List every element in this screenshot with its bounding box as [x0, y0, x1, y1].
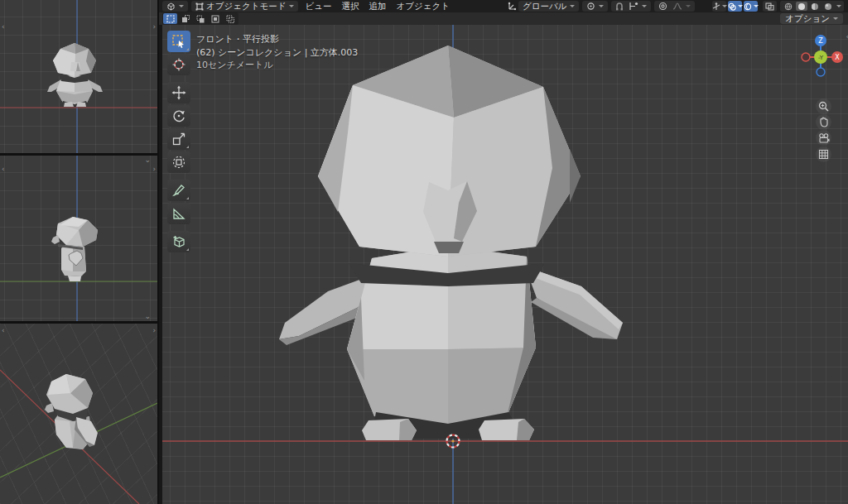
shading-mode-group	[780, 1, 844, 12]
measure-icon	[171, 206, 186, 221]
camera-view-icon	[818, 133, 830, 143]
dropdown-caret	[599, 5, 604, 7]
shading-solid-button[interactable]	[796, 2, 807, 11]
select-mode-group	[162, 12, 238, 25]
menu-object[interactable]: オブジェクト	[391, 1, 454, 12]
region-corner-icon[interactable]: ›	[152, 23, 156, 31]
gizmo-z-ball[interactable]: Z	[815, 35, 826, 46]
viewport-main[interactable]: フロント・平行投影 (62) シーンコレクション | 立方体.003 10センチ…	[159, 25, 848, 504]
region-corner-icon[interactable]: ›	[152, 166, 156, 173]
select-mode-extend[interactable]	[178, 13, 192, 24]
dropdown-caret	[642, 5, 647, 7]
pivot-point-dropdown[interactable]	[582, 1, 608, 12]
proportional-editing-group[interactable]	[654, 1, 695, 12]
tool-rotate[interactable]	[167, 105, 190, 127]
snap-magnet-icon	[615, 2, 624, 11]
overlays-icon	[728, 2, 736, 11]
toggle-projection-button[interactable]	[816, 146, 831, 162]
gizmo-neg-z-ball[interactable]	[817, 68, 825, 76]
object-mode-icon	[195, 2, 204, 11]
mode-dropdown[interactable]: オブジェクトモード	[191, 1, 298, 12]
options-label: オプション	[785, 13, 830, 25]
svg-text:Z: Z	[818, 37, 823, 45]
region-corner-icon[interactable]: ‹	[2, 166, 5, 173]
tool-scale[interactable]	[167, 128, 190, 150]
shading-rendered-button[interactable]	[822, 2, 834, 11]
tool-cursor[interactable]	[167, 54, 190, 75]
tool-measure[interactable]	[167, 203, 190, 224]
options-dropdown[interactable]: オプション	[780, 13, 843, 24]
mode-label: オブジェクトモード	[206, 1, 286, 12]
camera-view-button[interactable]	[816, 130, 831, 146]
region-corner-icon[interactable]: ⌄	[144, 156, 151, 164]
xray-shading-toggle[interactable]	[744, 1, 758, 12]
penguin-object[interactable]	[51, 217, 98, 281]
select-mode-set[interactable]	[163, 13, 177, 24]
region-corner-icon[interactable]: ›	[152, 327, 156, 334]
dropdown-caret	[836, 5, 841, 7]
scale-icon	[171, 132, 186, 146]
shading-wireframe-button[interactable]	[783, 2, 794, 11]
cursor-tool-icon	[171, 57, 186, 72]
transform-orientation-icon	[508, 2, 517, 11]
viewport-header: オブジェクトモード ビュー 選択 追加 オブジェクト グローバル	[159, 0, 848, 12]
toggle-xray-button[interactable]	[763, 1, 777, 12]
select-mode-intersect[interactable]	[223, 13, 237, 24]
blender-window: ‹ › ⌄ ‹ › ⌄	[0, 0, 848, 504]
menu-view[interactable]: ビュー	[300, 1, 336, 12]
dropdown-caret	[686, 5, 691, 7]
dropdown-caret	[722, 5, 727, 7]
editor-type-button[interactable]	[162, 1, 188, 12]
penguin-object[interactable]	[45, 374, 98, 449]
dropdown-caret	[833, 17, 838, 20]
penguin-object[interactable]	[47, 43, 103, 107]
viewport-info-text: フロント・平行投影 (62) シーンコレクション | 立方体.003 10センチ…	[196, 33, 358, 72]
svg-text:-Y: -Y	[818, 55, 824, 61]
tool-annotate[interactable]	[167, 180, 190, 201]
tool-select-box[interactable]	[167, 31, 190, 52]
menu-select[interactable]: 選択	[336, 1, 364, 12]
select-mode-subtract[interactable]	[193, 13, 207, 24]
orientation-dropdown[interactable]: グローバル	[518, 1, 579, 12]
zoom-icon	[818, 101, 829, 112]
gizmo-neg-x-ball[interactable]	[802, 53, 810, 61]
penguin-object[interactable]	[279, 46, 623, 440]
viewport-front-small[interactable]: ‹ ›	[0, 0, 157, 153]
region-corner-icon[interactable]: ⌄	[144, 313, 151, 320]
tool-transform[interactable]	[167, 151, 190, 173]
select-mode-invert[interactable]	[208, 13, 222, 24]
annotate-pen-icon	[171, 183, 186, 198]
region-corner-icon[interactable]: ‹	[2, 327, 5, 334]
orientation-label: グローバル	[523, 1, 566, 12]
zoom-button[interactable]	[816, 98, 831, 114]
dropdown-caret	[738, 5, 743, 7]
tool-move[interactable]	[167, 82, 190, 103]
projection-grid-icon	[818, 149, 829, 160]
dropdown-caret	[179, 5, 184, 7]
collection-label: (62) シーンコレクション | 立方体.003	[196, 46, 358, 60]
viewport-side-small[interactable]: ⌄ ‹ › ⌄	[0, 156, 157, 321]
xray-squares-icon	[765, 2, 774, 11]
gizmo-neg-y-ball[interactable]: -Y	[814, 50, 827, 64]
show-gizmo-toggle[interactable]	[712, 1, 726, 12]
viewport-perspective-small[interactable]: ‹ ›	[0, 324, 157, 504]
tool-add-cube[interactable]	[167, 231, 190, 252]
navigation-gizmo[interactable]: Z X -Y	[800, 30, 843, 79]
pan-hand-icon	[818, 117, 829, 127]
snap-target-icon	[629, 2, 638, 11]
view-label: フロント・平行投影	[196, 33, 358, 46]
dropdown-caret	[570, 5, 575, 7]
svg-text:X: X	[835, 54, 840, 61]
dropdown-caret	[289, 5, 294, 7]
transform-icon	[171, 155, 186, 170]
snap-group[interactable]	[611, 1, 651, 12]
rotate-icon	[171, 108, 186, 123]
dropdown-caret	[754, 5, 759, 7]
shading-material-button[interactable]	[809, 2, 821, 11]
show-overlays-toggle[interactable]	[728, 1, 742, 12]
editor-type-3d-viewport-icon	[166, 2, 176, 11]
pan-button[interactable]	[816, 114, 831, 130]
region-corner-icon[interactable]: ‹	[2, 23, 5, 31]
gizmo-x-ball[interactable]: X	[831, 51, 843, 63]
menu-add[interactable]: 追加	[364, 1, 391, 12]
